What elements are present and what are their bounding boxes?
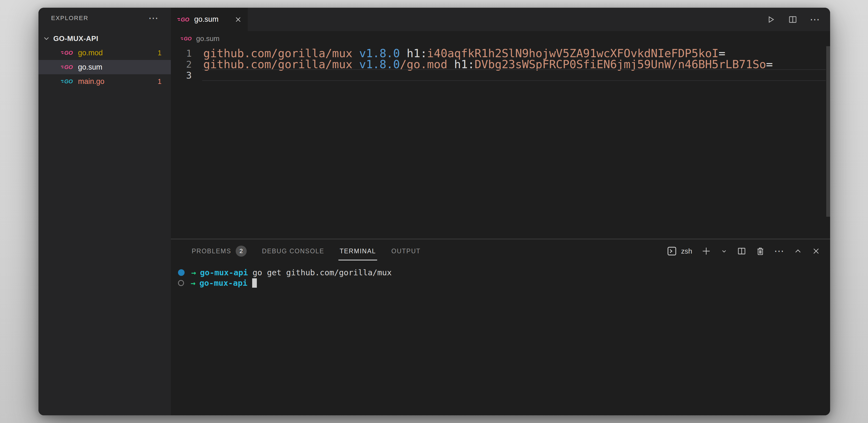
current-line-highlight xyxy=(202,69,826,81)
problems-count-badge: 2 xyxy=(236,246,247,257)
tab-bar: GO go.sum ⋯ xyxy=(171,8,830,31)
breadcrumb: GO go.sum xyxy=(171,31,830,46)
shell-label: zsh xyxy=(681,247,692,255)
terminal-line: → go-mux-api go get github.com/gorilla/m… xyxy=(178,267,830,278)
file-row-main-go[interactable]: GO main.go 1 xyxy=(38,74,171,89)
explorer-sidebar: EXPLORER ⋯ GO-MUX-API GO go.mod 1 GO xyxy=(38,8,171,415)
svg-text:GO: GO xyxy=(184,36,191,41)
svg-text:GO: GO xyxy=(181,17,189,23)
code-text: github.com/gorilla/mux v1.8.0/go.mod h1:… xyxy=(203,59,773,70)
svg-text:GO: GO xyxy=(64,64,73,70)
go-icon: GO xyxy=(178,16,190,23)
panel-tab-label: DEBUG CONSOLE xyxy=(262,248,324,255)
terminal-line: → go-mux-api xyxy=(178,278,830,288)
file-name: go.mod xyxy=(78,49,103,57)
panel-tabs: PROBLEMS 2 DEBUG CONSOLE TERMINAL OUTPUT xyxy=(192,244,421,259)
go-icon: GO xyxy=(61,78,73,85)
play-icon[interactable] xyxy=(766,15,776,25)
chevron-up-icon[interactable] xyxy=(793,247,803,256)
plus-icon[interactable] xyxy=(701,246,711,256)
go-icon: GO xyxy=(61,63,73,71)
chevron-down-icon xyxy=(42,34,51,43)
folder-label: GO-MUX-API xyxy=(53,34,98,43)
command-pending-decoration-icon[interactable] xyxy=(178,280,184,286)
code-line-2: 2 github.com/gorilla/mux v1.8.0/go.mod h… xyxy=(171,59,830,70)
prompt-directory: go-mux-api xyxy=(199,278,247,288)
bottom-panel: PROBLEMS 2 DEBUG CONSOLE TERMINAL OUTPUT xyxy=(171,239,830,415)
file-tree: GO-MUX-API GO go.mod 1 GO go.sum GO xyxy=(38,31,171,89)
trash-icon[interactable] xyxy=(755,246,765,256)
close-icon[interactable] xyxy=(234,16,242,24)
code-line-1: 1 github.com/gorilla/mux v1.8.0 h1:i40aq… xyxy=(171,48,830,59)
go-icon: GO xyxy=(181,35,192,42)
code-text: github.com/gorilla/mux v1.8.0 h1:i40aqfk… xyxy=(203,48,725,59)
explorer-header: EXPLORER ⋯ xyxy=(38,8,171,26)
file-row-go-mod[interactable]: GO go.mod 1 xyxy=(38,46,171,60)
explorer-title: EXPLORER xyxy=(51,15,88,22)
tab-problems[interactable]: PROBLEMS 2 xyxy=(192,244,247,259)
shell-selector[interactable]: zsh xyxy=(666,246,692,257)
problem-count-badge: 1 xyxy=(158,49,161,57)
editor-actions: ⋯ xyxy=(766,8,830,31)
ellipsis-icon[interactable]: ⋯ xyxy=(774,248,784,254)
tab-output[interactable]: OUTPUT xyxy=(392,245,421,257)
terminal-command: go get github.com/gorilla/mux xyxy=(253,268,392,277)
tab-label: go.sum xyxy=(194,15,219,24)
split-editor-icon[interactable] xyxy=(788,15,798,25)
problem-count-badge: 1 xyxy=(158,78,161,86)
file-row-go-sum[interactable]: GO go.sum xyxy=(38,60,171,74)
prompt-directory: go-mux-api xyxy=(200,268,248,277)
close-icon[interactable] xyxy=(811,247,821,256)
editor-scrollbar[interactable] xyxy=(826,46,830,217)
terminal-icon xyxy=(666,246,677,257)
line-number: 2 xyxy=(171,59,192,70)
svg-text:GO: GO xyxy=(64,78,73,84)
vscode-window: EXPLORER ⋯ GO-MUX-API GO go.mod 1 GO xyxy=(38,8,830,415)
panel-actions: zsh ⋯ xyxy=(666,246,821,257)
terminal-cursor xyxy=(252,278,257,288)
ellipsis-icon[interactable]: ⋯ xyxy=(810,17,820,22)
code-editor[interactable]: 1 github.com/gorilla/mux v1.8.0 h1:i40aq… xyxy=(171,46,830,239)
panel-tab-label: PROBLEMS xyxy=(192,248,231,255)
split-panel-icon[interactable] xyxy=(737,246,747,256)
tab-go-sum[interactable]: GO go.sum xyxy=(171,8,248,31)
command-success-decoration-icon[interactable] xyxy=(178,269,185,276)
file-name: main.go xyxy=(78,77,104,86)
line-number: 1 xyxy=(171,48,192,59)
tab-terminal[interactable]: TERMINAL xyxy=(340,245,376,257)
more-actions-icon[interactable]: ⋯ xyxy=(148,16,159,21)
breadcrumb-item-file[interactable]: go.sum xyxy=(196,34,219,43)
go-icon: GO xyxy=(61,49,73,56)
line-number: 3 xyxy=(171,70,192,81)
tab-debug-console[interactable]: DEBUG CONSOLE xyxy=(262,245,324,257)
svg-text:GO: GO xyxy=(64,50,73,56)
prompt-arrow: → xyxy=(187,268,200,277)
panel-tab-label: TERMINAL xyxy=(340,248,376,255)
panel-tab-label: OUTPUT xyxy=(392,248,421,255)
chevron-down-icon[interactable] xyxy=(720,247,728,255)
prompt-arrow: → xyxy=(187,278,199,288)
folder-row-go-mux-api[interactable]: GO-MUX-API xyxy=(38,31,171,46)
terminal[interactable]: → go-mux-api go get github.com/gorilla/m… xyxy=(171,263,830,415)
panel-header: PROBLEMS 2 DEBUG CONSOLE TERMINAL OUTPUT xyxy=(171,239,830,263)
editor-group: GO go.sum ⋯ GO go.sum xyxy=(171,8,830,415)
file-name: go.sum xyxy=(78,63,102,72)
